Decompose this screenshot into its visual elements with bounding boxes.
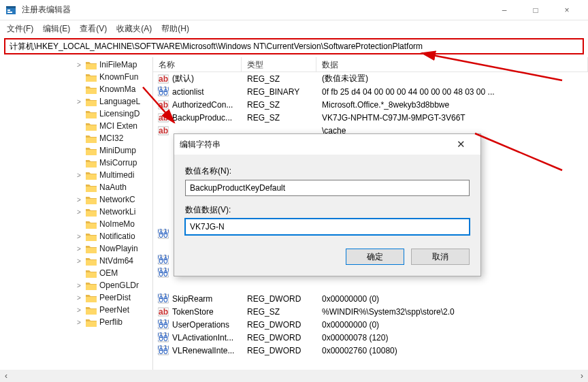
list-row[interactable]: 01101001SkipRearmREG_DWORD0x00000000 (0) (153, 292, 588, 305)
horizontal-scrollbar[interactable]: ‹ › (0, 370, 588, 382)
value-icon: 01101001 (157, 255, 169, 266)
scroll-left-icon[interactable]: ‹ (0, 371, 12, 381)
ok-button[interactable]: 确定 (346, 249, 404, 265)
twisty-icon[interactable]: > (75, 282, 83, 289)
twisty-icon[interactable]: > (75, 319, 83, 326)
tree-item[interactable]: >Multimedi (0, 169, 152, 181)
tree-item[interactable]: MCI Exten (0, 120, 152, 132)
cancel-button[interactable]: 取消 (411, 249, 470, 265)
close-button[interactable]: × (551, 0, 583, 20)
twisty-icon[interactable]: > (75, 98, 83, 106)
row-name: VLActivationInt... (172, 333, 242, 343)
twisty-icon[interactable]: > (75, 294, 83, 302)
tree-item[interactable]: OEM (0, 267, 152, 279)
maximize-button[interactable]: □ (520, 0, 551, 20)
list-row[interactable]: 01101001VLActivationInt...REG_DWORD0x000… (153, 331, 588, 344)
tree-label: NtVdm64 (99, 256, 133, 266)
tree-item[interactable]: MCI32 (0, 132, 152, 144)
tree-pane[interactable]: >IniFileMapKnownFunKnownMa>LanguageLLice… (0, 57, 153, 370)
twisty-icon[interactable]: > (75, 245, 83, 253)
tree-label: NoImeMo (99, 219, 135, 229)
tree-label: MiniDump (99, 146, 136, 155)
value-icon: 01101001 (157, 229, 169, 240)
value-icon: 01101001 (157, 332, 169, 343)
value-icon: 01101001 (157, 86, 169, 97)
menu-favorites[interactable]: 收藏夹(A) (116, 23, 152, 35)
tree-label: IniFileMap (99, 60, 137, 69)
svg-text:ab: ab (159, 113, 168, 123)
twisty-icon[interactable]: > (75, 306, 83, 314)
tree-item[interactable]: NoImeMo (0, 218, 152, 230)
window-title: 注册表编辑器 (22, 4, 489, 16)
tree-item[interactable]: >IniFileMap (0, 59, 152, 71)
tree-item[interactable]: NaAuth (0, 181, 152, 193)
twisty-icon[interactable]: > (75, 257, 83, 265)
tree-label: NaAuth (99, 182, 127, 192)
twisty-icon[interactable]: > (75, 196, 83, 204)
value-data-input[interactable] (185, 219, 470, 235)
tree-item[interactable]: >NowPlayin (0, 242, 152, 255)
tree-item[interactable]: >PeerNet (0, 304, 152, 316)
svg-text:1001: 1001 (158, 334, 169, 343)
list-row[interactable]: ab(默认)REG_SZ(数值未设置) (153, 72, 588, 85)
col-type[interactable]: 类型 (242, 57, 316, 71)
list-row[interactable]: 01101001VLRenewalInte...REG_DWORD0x00002… (153, 344, 588, 357)
value-name-label: 数值名称(N): (185, 165, 470, 177)
dialog-close-button[interactable]: ✕ (446, 138, 475, 150)
row-type: REG_DWORD (242, 294, 316, 304)
tree-item[interactable]: >Notificatio (0, 230, 152, 242)
list-row[interactable]: 01101001actionlistREG_BINARY0f fb 25 d4 … (153, 85, 588, 98)
tree-label: NowPlayin (99, 244, 138, 253)
row-name: BackupProduc... (172, 113, 242, 123)
tree-label: OEM (99, 268, 118, 278)
app-icon (5, 5, 16, 16)
tree-label: LicensingD (99, 109, 140, 118)
tree-label: MCI Exten (99, 121, 137, 131)
list-row[interactable]: 01101001UserOperationsREG_DWORD0x0000000… (153, 318, 588, 331)
tree-item[interactable]: >NetworkLi (0, 206, 152, 218)
twisty-icon[interactable]: > (75, 233, 83, 240)
tree-item[interactable]: KnownFun (0, 71, 152, 83)
address-bar[interactable]: 计算机\HKEY_LOCAL_MACHINE\SOFTWARE\Microsof… (4, 38, 584, 54)
tree-item[interactable]: >PeerDist (0, 291, 152, 304)
row-data: 0x00000000 (0) (316, 320, 588, 330)
scroll-right-icon[interactable]: › (576, 371, 588, 381)
value-icon (157, 216, 169, 227)
tree-item[interactable]: LicensingD (0, 108, 152, 120)
col-data[interactable]: 数据 (316, 57, 588, 71)
row-name: UserOperations (172, 320, 242, 330)
tree-item[interactable]: >OpenGLDr (0, 279, 152, 291)
row-type: REG_DWORD (242, 333, 316, 343)
menubar: 文件(F) 编辑(E) 查看(V) 收藏夹(A) 帮助(H) (0, 20, 588, 37)
list-row[interactable]: abTokenStoreREG_SZ%WINDIR%\System32\spp\… (153, 305, 588, 318)
row-data: (数值未设置) (316, 73, 588, 84)
tree-item[interactable]: MsiCorrup (0, 157, 152, 169)
list-row[interactable]: abBackupProduc...REG_SZVK7JG-NPHTM-C97JM… (153, 111, 588, 124)
menu-view[interactable]: 查看(V) (80, 23, 107, 35)
tree-item[interactable]: >NtVdm64 (0, 255, 152, 267)
tree-item[interactable]: MiniDump (0, 144, 152, 157)
list-row[interactable]: abAuthorizedCon...REG_SZMicrosoft.Office… (153, 98, 588, 111)
value-icon (157, 281, 169, 291)
menu-help[interactable]: 帮助(H) (161, 23, 189, 35)
row-type: REG_DWORD (242, 346, 316, 355)
tree-item[interactable]: KnownMa (0, 83, 152, 95)
row-name: SkipRearm (172, 294, 242, 304)
tree-item[interactable]: >NetworkC (0, 193, 152, 206)
menu-file[interactable]: 文件(F) (7, 23, 33, 35)
twisty-icon[interactable]: > (75, 208, 83, 216)
value-icon: ab (157, 306, 169, 317)
list-row[interactable] (153, 279, 588, 292)
value-icon: ab (157, 99, 169, 110)
menu-edit[interactable]: 编辑(E) (43, 23, 70, 35)
col-name[interactable]: 名称 (153, 57, 242, 71)
twisty-icon[interactable]: > (75, 172, 83, 179)
minimize-button[interactable]: – (489, 0, 520, 20)
tree-item[interactable]: >Perflib (0, 316, 152, 328)
titlebar: 注册表编辑器 – □ × (0, 0, 588, 20)
svg-text:1001: 1001 (158, 88, 169, 97)
tree-label: PeerNet (99, 305, 129, 315)
tree-item[interactable]: >LanguageL (0, 95, 152, 108)
value-name-input[interactable] (185, 180, 470, 196)
twisty-icon[interactable]: > (75, 61, 83, 69)
